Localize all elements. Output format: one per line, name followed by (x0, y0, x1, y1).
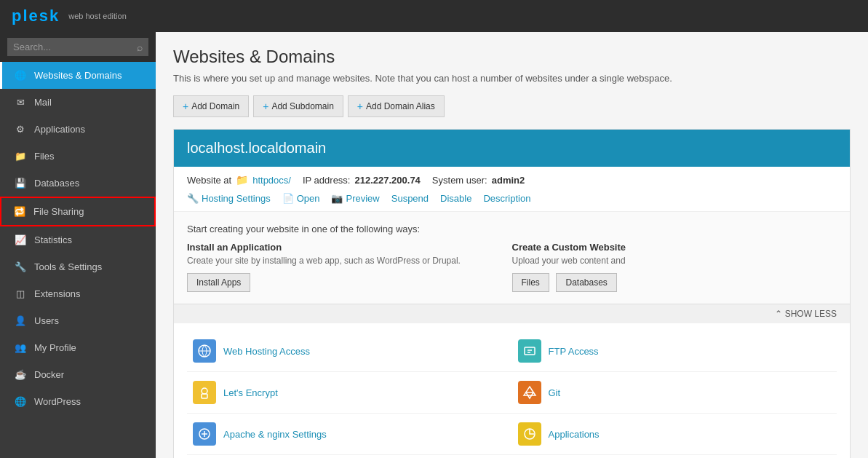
folder-icon: 📁 (14, 151, 27, 162)
description-link[interactable]: Description (483, 193, 530, 204)
feature-applications[interactable]: Applications (512, 414, 837, 455)
sidebar-item-label: Docker (34, 369, 64, 380)
show-less-bar[interactable]: ⌃ SHOW LESS (174, 304, 850, 323)
sidebar-item-databases[interactable]: 💾 Databases (0, 170, 156, 197)
feature-web-hosting-access[interactable]: Web Hosting Access (187, 331, 512, 372)
sidebar-item-extensions[interactable]: ◫ Extensions (0, 280, 156, 307)
sidebar-item-tools-settings[interactable]: 🔧 Tools & Settings (0, 253, 156, 280)
svg-rect-3 (202, 394, 207, 398)
page-title: Websites & Domains (173, 47, 851, 67)
gear-icon: ⚙ (14, 124, 27, 135)
ip-label: IP address: (303, 175, 351, 186)
domain-name: localhost.localdomain (187, 140, 837, 157)
sidebar-item-label: Websites & Domains (34, 70, 122, 81)
search-icon: ⌕ (137, 42, 143, 53)
search-box: ⌕ (0, 32, 156, 62)
wordpress-icon: 🌐 (14, 396, 27, 407)
applications-icon (518, 422, 541, 446)
plus-icon: + (183, 100, 188, 112)
svg-rect-1 (525, 347, 535, 355)
sidebar-item-label: Mail (34, 97, 52, 108)
share-icon: 🔁 (13, 206, 26, 217)
add-subdomain-label: Add Subdomain (271, 101, 333, 111)
mail-icon: ✉ (14, 97, 27, 108)
page-description: This is where you set up and manage webs… (173, 73, 851, 84)
files-button[interactable]: Files (512, 273, 549, 292)
plus-icon: + (263, 100, 268, 112)
sidebar-item-mail[interactable]: ✉ Mail (0, 89, 156, 116)
show-less-label: SHOW LESS (785, 309, 837, 319)
chart-icon: 📈 (14, 234, 27, 245)
sidebar-item-applications[interactable]: ⚙ Applications (0, 116, 156, 143)
svg-marker-4 (524, 387, 535, 395)
domain-actions: 🔧 Hosting Settings 📄 Open 📷 Preview Susp… (174, 190, 850, 211)
system-user-value: admin2 (492, 175, 525, 186)
sidebar-item-label: WordPress (34, 396, 81, 407)
custom-website-description: Upload your web content and (512, 256, 823, 266)
suspend-link[interactable]: Suspend (391, 193, 429, 204)
sidebar-item-wordpress[interactable]: 🌐 WordPress (0, 388, 156, 415)
install-grid: Install an Application Create your site … (187, 242, 837, 292)
sidebar-item-label: Tools & Settings (34, 261, 102, 272)
install-app-col: Install an Application Create your site … (187, 242, 512, 292)
web-hosting-icon (193, 339, 216, 363)
open-link[interactable]: 📄 Open (282, 193, 320, 204)
feature-git[interactable]: Git (512, 372, 837, 414)
sidebar-item-statistics[interactable]: 📈 Statistics (0, 226, 156, 253)
add-domain-alias-button[interactable]: + Add Domain Alias (348, 95, 445, 117)
docker-icon: ☕ (14, 369, 27, 380)
feature-lets-encrypt[interactable]: Let's Encrypt (187, 372, 512, 414)
website-at-label: Website at (187, 175, 231, 186)
install-app-description: Create your site by installing a web app… (187, 256, 498, 266)
feature-ftp-access[interactable]: FTP Access (512, 331, 837, 372)
databases-button[interactable]: Databases (556, 273, 616, 292)
settings-icon: 🔧 (187, 193, 199, 204)
sidebar-item-file-sharing[interactable]: 🔁 File Sharing (0, 197, 156, 226)
hosting-settings-link[interactable]: 🔧 Hosting Settings (187, 193, 271, 204)
lets-encrypt-icon (193, 381, 216, 404)
lets-encrypt-link[interactable]: Let's Encrypt (223, 387, 278, 398)
domain-section: localhost.localdomain Website at 📁 httpd… (173, 129, 851, 458)
httpdocs-link[interactable]: httpdocs/ (252, 175, 291, 186)
custom-website-heading: Create a Custom Website (512, 242, 823, 253)
install-prompt: Start creating your website in one of th… (187, 224, 837, 234)
sidebar-item-files[interactable]: 📁 Files (0, 143, 156, 170)
sidebar-item-label: Extensions (34, 288, 81, 299)
install-apps-button[interactable]: Install Apps (187, 273, 250, 292)
system-user-label: System user: (432, 175, 487, 186)
sidebar-item-label: My Profile (34, 342, 76, 353)
web-hosting-access-link[interactable]: Web Hosting Access (223, 346, 310, 357)
feature-apache-nginx[interactable]: Apache & nginx Settings (187, 414, 512, 455)
open-icon: 📄 (282, 193, 294, 204)
applications-link[interactable]: Applications (549, 429, 600, 440)
edition-label: web host edition (68, 12, 127, 20)
add-subdomain-button[interactable]: + Add Subdomain (253, 95, 343, 117)
disable-link[interactable]: Disable (440, 193, 471, 204)
sidebar-item-websites-domains[interactable]: 🌐 Websites & Domains (0, 62, 156, 89)
search-wrapper: ⌕ (7, 38, 148, 56)
search-input[interactable] (7, 38, 148, 56)
sidebar-item-users[interactable]: 👤 Users (0, 307, 156, 334)
add-domain-label: Add Domain (191, 101, 239, 111)
sidebar-item-my-profile[interactable]: 👥 My Profile (0, 334, 156, 361)
apache-nginx-link[interactable]: Apache & nginx Settings (223, 429, 327, 440)
preview-link[interactable]: 📷 Preview (331, 193, 379, 204)
domain-header: localhost.localdomain (174, 130, 850, 167)
sidebar-item-label: Statistics (34, 234, 72, 245)
wrench-icon: 🔧 (14, 261, 27, 272)
svg-point-2 (202, 388, 207, 394)
sidebar-item-label: Databases (34, 178, 79, 189)
ftp-access-link[interactable]: FTP Access (549, 346, 599, 357)
sidebar-item-docker[interactable]: ☕ Docker (0, 361, 156, 388)
user-icon: 👤 (14, 315, 27, 326)
git-link[interactable]: Git (549, 387, 561, 398)
chevron-up-icon: ⌃ (775, 309, 782, 319)
add-domain-button[interactable]: + Add Domain (173, 95, 249, 117)
sidebar-item-label: Users (34, 315, 59, 326)
add-domain-alias-label: Add Domain Alias (366, 101, 435, 111)
install-app-heading: Install an Application (187, 242, 498, 253)
sidebar-item-label: Files (34, 151, 54, 162)
globe-icon: 🌐 (14, 70, 27, 81)
ftp-icon (518, 339, 541, 363)
ip-value: 212.227.200.74 (354, 175, 420, 186)
